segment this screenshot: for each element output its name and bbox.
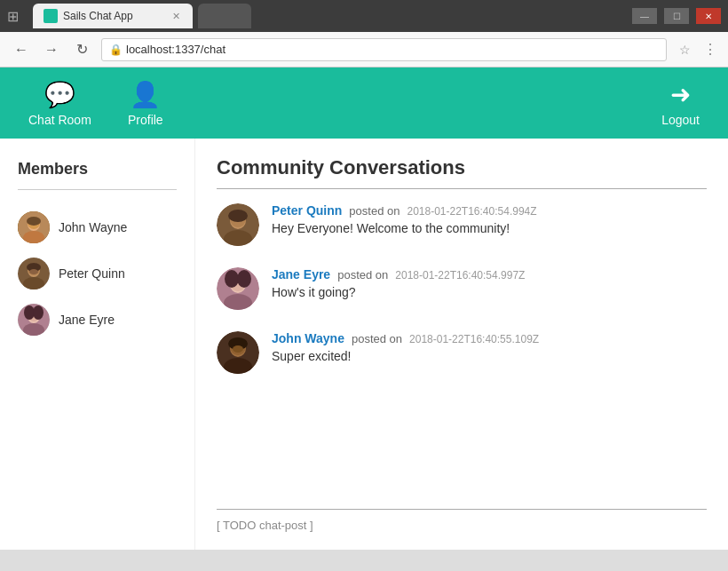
sidebar-title: Members (18, 160, 177, 178)
svg-point-27 (237, 270, 251, 288)
avatar-svg-jane (18, 304, 50, 336)
maximize-button[interactable]: ☐ (664, 8, 689, 24)
close-button[interactable]: ✕ (696, 8, 721, 24)
msg-text-2: Super excited! (272, 349, 700, 363)
msg-author-2[interactable]: John Wayne (272, 331, 344, 345)
msg-avatar-svg-jane (217, 267, 259, 310)
lock-icon: 🔒 (109, 44, 123, 56)
msg-posted-2: posted on (352, 332, 402, 345)
msg-timestamp-1: 2018-01-22T16:40:54.997Z (395, 269, 525, 282)
bookmark-icon[interactable]: ☆ (679, 43, 691, 57)
member-item-jane[interactable]: Jane Eyre (18, 297, 177, 343)
minimize-button[interactable]: — (632, 8, 657, 24)
msg-author-0[interactable]: Peter Quinn (272, 203, 342, 218)
svg-point-26 (225, 270, 239, 288)
sidebar-divider (18, 189, 177, 190)
avatar-svg (18, 211, 50, 243)
svg-point-16 (33, 305, 44, 320)
avatar-face (18, 211, 50, 243)
chat-bottom-divider (217, 509, 707, 510)
msg-timestamp-2: 2018-01-22T16:40:55.109Z (409, 333, 539, 345)
profile-label: Profile (128, 113, 163, 127)
msg-timestamp-0: 2018-01-22T16:40:54.994Z (407, 205, 536, 218)
tab-favicon (44, 9, 58, 23)
back-button[interactable]: ← (11, 39, 32, 60)
chatroom-nav-item[interactable]: 💬 Chat Room (14, 73, 106, 134)
svg-point-4 (27, 217, 41, 226)
msg-header-0: Peter Quinn posted on 2018-01-22T16:40:5… (272, 203, 700, 218)
msg-header-2: John Wayne posted on 2018-01-22T16:40:55… (272, 331, 700, 345)
refresh-button[interactable]: ↻ (71, 39, 92, 60)
msg-posted-1: posted on (337, 268, 388, 282)
sidebar: Members John Wayne (0, 139, 195, 550)
msg-content-1: Jane Eyre posted on 2018-01-22T16:40:54.… (272, 267, 700, 310)
app-container: 💬 Chat Room 👤 Profile ➜ Logout Members (0, 67, 728, 550)
svg-point-10 (29, 269, 38, 274)
member-name-jane: Jane Eyre (59, 313, 115, 327)
active-tab[interactable]: Sails Chat App ✕ (33, 4, 193, 28)
avatar-john (18, 211, 50, 243)
chat-post-link[interactable]: [ TODO chat-post ] (217, 519, 707, 532)
avatar-jane (18, 304, 50, 336)
address-bar[interactable]: 🔒 localhost:1337/chat (101, 38, 667, 61)
tab-title: Sails Chat App (63, 10, 165, 22)
logout-icon: ➜ (670, 80, 691, 109)
chat-title: Community Conversations (217, 156, 707, 179)
msg-avatar-peter (217, 203, 259, 246)
chat-divider (217, 188, 707, 189)
message-item-1: Jane Eyre posted on 2018-01-22T16:40:54.… (217, 267, 700, 310)
avatar-svg-peter (18, 258, 50, 289)
msg-posted-0: posted on (349, 204, 400, 218)
new-tab[interactable] (198, 4, 251, 28)
main-chat: Community Conversations (195, 139, 728, 550)
browser-grid-icon: ⊞ (7, 8, 19, 25)
browser-chrome: ⊞ Sails Chat App ✕ — ☐ ✕ ← → ↻ 🔒 localho… (0, 0, 728, 67)
forward-button[interactable]: → (41, 39, 62, 60)
address-text: localhost:1337/chat (126, 43, 226, 56)
msg-avatar-jane (217, 267, 259, 310)
tab-bar: Sails Chat App ✕ (26, 4, 258, 28)
browser-addressbar: ← → ↻ 🔒 localhost:1337/chat ☆ ⋮ (0, 32, 728, 67)
msg-avatar-svg-john (217, 331, 259, 374)
msg-content-2: John Wayne posted on 2018-01-22T16:40:55… (272, 331, 700, 374)
msg-author-1[interactable]: Jane Eyre (272, 267, 330, 282)
msg-content-0: Peter Quinn posted on 2018-01-22T16:40:5… (272, 203, 700, 246)
browser-titlebar: ⊞ Sails Chat App ✕ — ☐ ✕ (0, 0, 728, 32)
chatroom-label: Chat Room (28, 113, 91, 127)
profile-icon: 👤 (130, 80, 161, 109)
message-item-0: Peter Quinn posted on 2018-01-22T16:40:5… (217, 203, 700, 246)
svg-point-33 (233, 345, 243, 353)
msg-text-0: Hey Everyone! Welcome to the community! (272, 221, 700, 235)
app-content: Members John Wayne (0, 139, 728, 550)
chatroom-icon: 💬 (44, 80, 75, 109)
member-name-peter: Peter Quinn (59, 266, 125, 281)
profile-nav-item[interactable]: 👤 Profile (106, 73, 186, 134)
logout-button[interactable]: ➜ Logout (647, 73, 714, 134)
logout-label: Logout (661, 113, 700, 127)
avatar-peter (18, 258, 50, 289)
messages-area[interactable]: Peter Quinn posted on 2018-01-22T16:40:5… (217, 203, 707, 498)
msg-text-1: How's it going? (272, 285, 700, 299)
member-item-john[interactable]: John Wayne (18, 204, 177, 250)
svg-point-21 (228, 210, 248, 222)
member-name-john: John Wayne (59, 220, 127, 234)
msg-header-1: Jane Eyre posted on 2018-01-22T16:40:54.… (272, 267, 700, 282)
message-item-2: John Wayne posted on 2018-01-22T16:40:55… (217, 331, 700, 374)
member-item-peter[interactable]: Peter Quinn (18, 250, 177, 297)
msg-avatar-john (217, 331, 259, 374)
browser-menu-icon[interactable]: ⋮ (703, 41, 717, 58)
tab-close-button[interactable]: ✕ (170, 11, 182, 22)
msg-avatar-svg (217, 203, 259, 246)
app-nav: 💬 Chat Room 👤 Profile ➜ Logout (0, 67, 728, 139)
